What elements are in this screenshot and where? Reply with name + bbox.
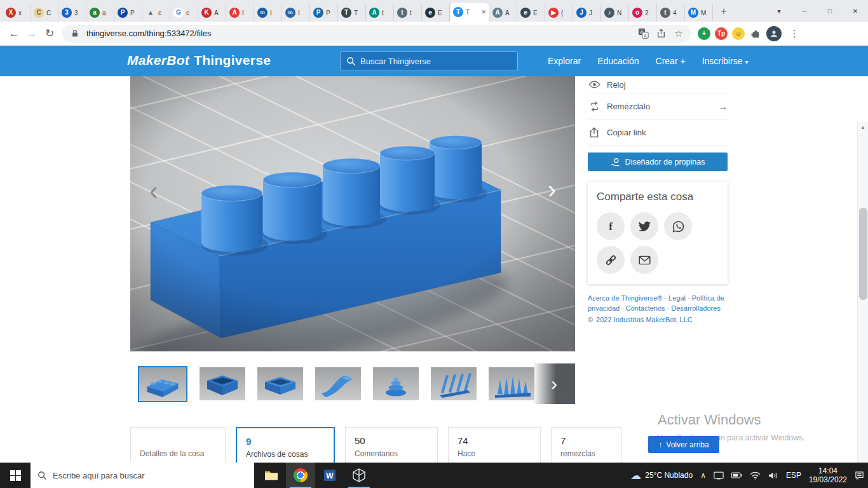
browser-tab[interactable]: At xyxy=(366,4,394,22)
browser-tab[interactable]: ▲c xyxy=(142,4,170,22)
nav-create[interactable]: Crear + xyxy=(656,56,686,66)
thumbnail-spikes[interactable] xyxy=(489,367,534,400)
footer-link[interactable]: Legal xyxy=(668,294,686,302)
start-button[interactable] xyxy=(0,463,31,488)
browser-tab[interactable]: tt xyxy=(394,4,422,22)
copyright-text[interactable]: 2022 Industrias MakerBot, LLC xyxy=(596,316,693,323)
thumbnail-curved-part[interactable] xyxy=(315,367,361,400)
thingiverse-logo[interactable]: MakerBotThingiverse xyxy=(127,53,271,68)
forward-button[interactable]: → xyxy=(23,25,41,43)
footer-link[interactable]: Desarrolladores xyxy=(671,304,721,312)
reload-button[interactable]: ↻ xyxy=(41,25,58,43)
browser-tab[interactable]: CC xyxy=(31,4,58,22)
window-minimize-button[interactable]: ─ xyxy=(792,0,817,22)
taskbar-search-input[interactable] xyxy=(53,471,231,480)
browser-tab[interactable]: ▶( xyxy=(545,4,573,22)
window-maximize-button[interactable]: □ xyxy=(817,0,843,22)
browser-tab[interactable]: o2 xyxy=(629,4,657,22)
share-icon[interactable] xyxy=(654,27,667,40)
tab-search-button[interactable]: ▾ xyxy=(766,0,792,22)
scroll-up-icon[interactable]: ▲ xyxy=(858,122,868,133)
file-explorer-icon[interactable] xyxy=(257,463,286,488)
word-icon[interactable]: W xyxy=(315,463,344,488)
nav-signup[interactable]: Inscribirse▾ xyxy=(702,56,749,66)
extension-icon[interactable]: + xyxy=(698,27,710,40)
volume-icon[interactable] xyxy=(764,463,782,488)
carousel-next-icon[interactable]: › xyxy=(548,177,556,202)
thumbnails-next-icon[interactable]: › xyxy=(533,363,575,404)
3d-viewer-app-icon[interactable] xyxy=(344,463,374,488)
footer-link[interactable]: Contáctenos xyxy=(626,304,665,312)
thumbnail-cone-stack[interactable] xyxy=(373,367,419,400)
thing-stats-tab[interactable]: 9Archivos de cosas xyxy=(236,427,335,463)
translate-icon[interactable]: Aa xyxy=(637,27,649,40)
language-indicator[interactable]: ESP xyxy=(782,463,805,488)
nav-explore[interactable]: Explorar xyxy=(548,56,581,66)
thumbnail-rack[interactable] xyxy=(431,367,477,400)
chrome-icon[interactable] xyxy=(286,463,315,488)
browser-tab[interactable]: inI xyxy=(254,4,282,22)
tip-designer-button[interactable]: Diseñador de propinas xyxy=(588,152,728,171)
thumbnail-brick[interactable] xyxy=(138,366,187,402)
puzzle-extension-icon[interactable] xyxy=(749,27,762,40)
window-close-button[interactable]: ✕ xyxy=(843,0,868,22)
address-bar[interactable]: thingiverse.com/thing:533472/files Aa ☆ xyxy=(62,25,691,43)
browser-tab[interactable]: TT xyxy=(338,4,366,22)
browser-tab[interactable]: KA xyxy=(198,4,226,22)
hidden-icons-chevron[interactable]: ∧ xyxy=(696,463,710,488)
browser-tab[interactable]: MM xyxy=(685,4,713,22)
carousel-previous-icon[interactable]: ‹ xyxy=(149,178,158,203)
thumbnail-open-box-dark[interactable] xyxy=(200,367,245,400)
browser-tab[interactable]: inI xyxy=(282,4,310,22)
wifi-icon[interactable] xyxy=(746,463,764,488)
watch-row[interactable]: Reloj xyxy=(588,76,728,93)
back-button[interactable]: ← xyxy=(5,25,23,43)
thumbnail-open-box-light[interactable] xyxy=(257,367,303,400)
thing-stats-tab[interactable]: Detalles de la cosa xyxy=(130,427,226,463)
browser-tab[interactable]: ♪N xyxy=(601,4,629,22)
copy-link-row[interactable]: Copiar link xyxy=(588,119,728,146)
battery-icon[interactable] xyxy=(728,463,746,488)
thing-stats-tab[interactable]: 74Hace xyxy=(448,427,541,463)
taskbar-search-box[interactable] xyxy=(31,463,254,488)
facebook-share-button[interactable]: f xyxy=(597,212,625,240)
browser-tab[interactable]: TT✕ xyxy=(450,3,489,22)
link-share-button[interactable] xyxy=(597,246,625,274)
browser-tab[interactable]: t4 xyxy=(657,4,685,22)
site-search-box[interactable] xyxy=(340,51,518,71)
back-to-top-button[interactable]: ↑ Volver arriba xyxy=(648,436,719,453)
browser-tab[interactable]: JJ xyxy=(573,4,601,22)
3d-model-viewer[interactable]: ‹ › xyxy=(130,76,575,351)
email-share-button[interactable] xyxy=(630,246,658,274)
browser-tab[interactable]: PP xyxy=(310,4,338,22)
browser-tab[interactable]: aa xyxy=(86,4,114,22)
remix-row[interactable]: Remézclalo → xyxy=(588,93,728,119)
browser-scrollbar[interactable]: ▲ ▼ xyxy=(857,122,868,463)
clock-widget[interactable]: 14:04 19/03/2022 xyxy=(805,463,851,488)
thing-stats-tab[interactable]: 7remezclas xyxy=(551,427,622,463)
weather-widget[interactable]: ☁ 25°C Nublado xyxy=(627,463,696,488)
browser-tab[interactable]: Xx xyxy=(3,4,31,22)
bookmark-star-icon[interactable]: ☆ xyxy=(672,27,685,40)
browser-tab[interactable]: 33 xyxy=(58,4,86,22)
extension-icon[interactable]: ☺ xyxy=(732,27,745,40)
browser-tab[interactable]: Gc xyxy=(170,4,198,22)
browser-tab[interactable]: AI xyxy=(226,4,254,22)
footer-link[interactable]: Acerca de Thingiverse® xyxy=(588,294,662,302)
browser-tab[interactable]: eE xyxy=(422,4,450,22)
nav-education[interactable]: Educación xyxy=(597,56,639,66)
tablet-icon[interactable] xyxy=(710,463,728,488)
browser-tab[interactable]: AA xyxy=(489,4,517,22)
site-search-input[interactable] xyxy=(360,57,500,66)
browser-menu-icon[interactable]: ⋮ xyxy=(786,28,803,39)
action-center-icon[interactable] xyxy=(851,463,868,488)
extension-icon[interactable]: Tp xyxy=(715,27,728,40)
profile-avatar[interactable] xyxy=(766,26,782,41)
new-tab-button[interactable]: + xyxy=(715,3,732,20)
thing-stats-tab[interactable]: 50Comentarios xyxy=(345,427,438,463)
scrollbar-thumb[interactable] xyxy=(859,208,867,300)
browser-tab[interactable]: PP xyxy=(114,4,142,22)
tab-close-icon[interactable]: ✕ xyxy=(481,9,486,15)
whatsapp-share-button[interactable] xyxy=(664,212,692,240)
browser-tab[interactable]: eE xyxy=(517,4,545,22)
